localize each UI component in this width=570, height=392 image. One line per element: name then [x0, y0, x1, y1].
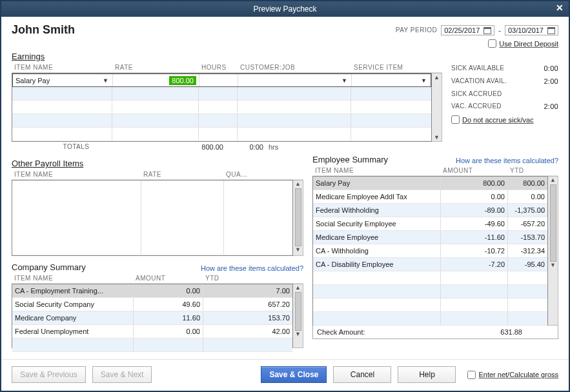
other-scrollbar[interactable]: ▲ ▼ [293, 180, 303, 256]
enter-net-checkbox[interactable]: Enter net/Calculate gross [467, 371, 558, 379]
save-next-button[interactable]: Save & Next [92, 366, 152, 383]
employee-summary-grid[interactable]: Salary Pay800.00800.00 Medicare Employee… [312, 176, 548, 326]
employee-calc-link[interactable]: How are these items calculated? [456, 157, 558, 164]
close-icon[interactable]: ✕ [556, 3, 564, 13]
scroll-down-icon[interactable]: ▼ [295, 331, 301, 337]
use-direct-deposit-label: Use Direct Deposit [499, 40, 558, 48]
cancel-button[interactable]: Cancel [333, 366, 391, 383]
col-item-name: ITEM NAME [12, 275, 133, 282]
totals-hours-unit: hrs [266, 143, 278, 151]
table-row[interactable]: Medicare Company11.60153.70 [12, 311, 292, 325]
col-amount: AMOUNT [440, 167, 507, 174]
table-row[interactable]: CA - Disability Employee-7.20-95.40 [313, 258, 547, 271]
earnings-grid[interactable]: Salary Pay▼ 800.00 ▼ ▼ [12, 73, 432, 142]
scroll-down-icon[interactable]: ▼ [295, 246, 301, 253]
do-not-accrue-label: Do not accrue sick/vac [462, 116, 534, 124]
table-row[interactable]: Salary Pay▼ 800.00 ▼ ▼ [12, 74, 431, 87]
col-item-name: ITEM NAME [12, 171, 141, 178]
chevron-down-icon[interactable]: ▼ [420, 77, 428, 84]
table-row[interactable]: Social Security Company49.60657.20 [12, 298, 292, 311]
earnings-title: Earnings [12, 52, 442, 61]
company-calc-link[interactable]: How are these items calculated? [201, 264, 303, 272]
earnings-scrollbar[interactable]: ▲ ▼ [432, 73, 442, 142]
earnings-rate-cell[interactable]: 800.00 [113, 74, 199, 86]
pay-period-end-value: 03/10/2017 [508, 26, 544, 34]
table-row[interactable]: Medicare Employee Addl Tax0.000.00 [313, 190, 547, 204]
earnings-customer-select[interactable]: ▼ [241, 77, 349, 84]
sick-available-value: 0:00 [544, 64, 558, 72]
svg-rect-1 [484, 27, 491, 29]
company-scrollbar[interactable]: ▲ ▼ [293, 284, 303, 348]
table-row[interactable]: Medicare Employee-11.60-153.70 [313, 231, 547, 244]
scroll-thumb[interactable] [550, 184, 556, 262]
employee-summary-headers: ITEM NAME AMOUNT YTD [312, 164, 558, 176]
table-row[interactable]: Federal Unemployment0.0042.00 [12, 325, 292, 338]
do-not-accrue-input[interactable] [451, 115, 460, 124]
scroll-thumb[interactable] [295, 292, 301, 331]
scroll-up-icon[interactable]: ▲ [434, 74, 440, 81]
table-row[interactable] [12, 338, 292, 352]
table-row[interactable] [313, 285, 547, 299]
vacation-available-label: VACATION AVAIL. [451, 77, 507, 85]
calendar-icon[interactable] [547, 26, 555, 34]
do-not-accrue-checkbox[interactable]: Do not accrue sick/vac [451, 115, 558, 124]
chevron-down-icon[interactable]: ▼ [101, 77, 110, 84]
help-button[interactable]: Help [398, 366, 456, 383]
save-previous-button[interactable]: Save & Previous [12, 366, 86, 383]
earnings-item-select[interactable]: Salary Pay▼ [15, 77, 110, 84]
totals-label: TOTALS [12, 143, 141, 151]
pay-period-end[interactable]: 03/10/2017 [505, 25, 558, 35]
sick-available-label: SICK AVAILABLE [451, 64, 504, 72]
table-row[interactable]: Federal Withholding-89.00-1,375.00 [313, 204, 547, 217]
earnings-hours-cell[interactable] [199, 74, 238, 86]
table-row[interactable]: CA - Employment Training...0.007.00 [12, 284, 292, 298]
save-close-button[interactable]: Save & Close [261, 366, 327, 383]
check-amount-value: 631.88 [445, 328, 522, 336]
enter-net-label: Enter net/Calculate gross [478, 371, 558, 378]
table-row[interactable] [313, 299, 547, 312]
table-row[interactable]: Social Security Employee-49.60-657.20 [313, 217, 547, 231]
chevron-down-icon[interactable]: ▼ [340, 77, 349, 84]
use-direct-deposit-input[interactable] [488, 39, 496, 48]
table-row[interactable] [12, 181, 292, 255]
employee-scrollbar[interactable]: ▲ ▼ [548, 176, 558, 326]
calendar-icon[interactable] [483, 26, 491, 34]
earnings-totals: TOTALS 800.00 0:00 hrs [12, 143, 442, 151]
employee-name: John Smith [12, 23, 75, 37]
scroll-up-icon[interactable]: ▲ [295, 284, 301, 291]
vacation-available-value: 2:00 [544, 77, 558, 85]
col-quantity: QUA... [223, 171, 303, 178]
sick-accrued-label: SICK ACCRUED [451, 90, 502, 97]
table-row[interactable] [12, 128, 431, 141]
check-amount-label: Check Amount: [317, 328, 445, 336]
scroll-up-icon[interactable]: ▲ [295, 181, 301, 187]
pay-period-start[interactable]: 02/25/2017 [441, 25, 494, 35]
col-item-name: ITEM NAME [312, 167, 440, 174]
table-row[interactable]: Salary Pay800.00800.00 [313, 177, 547, 190]
table-row[interactable] [12, 101, 431, 114]
table-row[interactable] [12, 87, 431, 101]
accrual-side-panel: SICK AVAILABLE0:00 VACATION AVAIL.2:00 S… [442, 48, 558, 151]
pay-period-start-value: 02/25/2017 [444, 26, 480, 34]
scroll-up-icon[interactable]: ▲ [550, 177, 556, 183]
use-direct-deposit-checkbox[interactable]: Use Direct Deposit [488, 39, 558, 48]
table-row[interactable]: CA - Withholding-10.72-312.34 [313, 244, 547, 258]
company-summary-headers: ITEM NAME AMOUNT YTD [12, 272, 303, 284]
table-row[interactable] [12, 114, 431, 128]
table-row[interactable] [313, 312, 547, 326]
scroll-down-icon[interactable]: ▼ [550, 262, 556, 268]
enter-net-input[interactable] [467, 371, 476, 379]
vac-accrued-label: VAC. ACCRUED [451, 103, 502, 110]
col-hours: HOURS [199, 64, 238, 71]
totals-rate: 800.00 [141, 143, 227, 151]
footer: Save & Previous Save & Next Save & Close… [1, 359, 569, 391]
scroll-thumb[interactable] [295, 188, 301, 246]
check-amount-row: Check Amount: 631.88 [312, 326, 558, 339]
employee-summary-title: Employee Summary [312, 155, 388, 164]
scroll-down-icon[interactable]: ▼ [434, 133, 440, 141]
table-row[interactable] [313, 271, 547, 285]
company-summary-grid[interactable]: CA - Employment Training...0.007.00 Soci… [12, 284, 293, 348]
earnings-service-select[interactable]: ▼ [354, 77, 428, 84]
company-summary-title: Company Summary [12, 262, 86, 272]
other-payroll-grid[interactable] [12, 180, 293, 256]
